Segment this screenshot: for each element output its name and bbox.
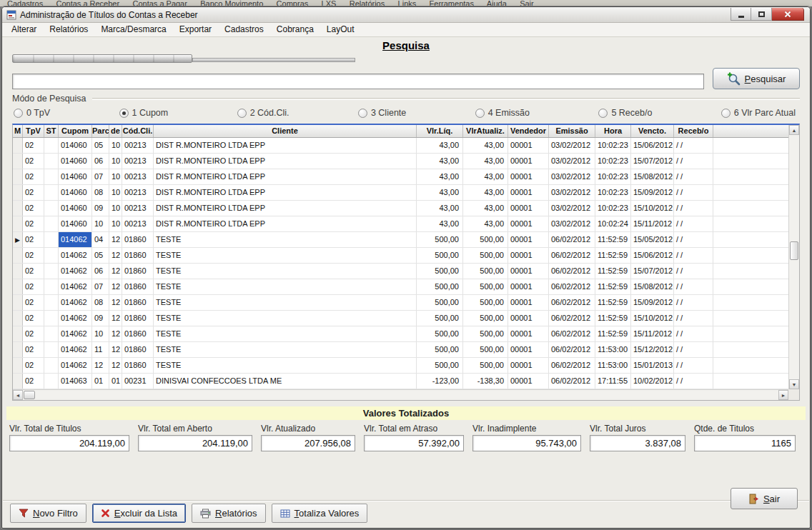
grid-cell-receb[interactable]: / / bbox=[674, 311, 713, 326]
grid-cell-m[interactable] bbox=[13, 185, 23, 200]
grid-cell-st[interactable] bbox=[44, 358, 59, 373]
grid-cell-cod[interactable]: 01860 bbox=[122, 326, 154, 341]
grid-cell-parc[interactable]: 06 bbox=[92, 264, 109, 279]
radio-mode-4[interactable]: 4 Emissão bbox=[475, 108, 530, 118]
grid-cell-atual[interactable]: 500,00 bbox=[463, 342, 508, 357]
grid-cell-cliente[interactable]: TESTE bbox=[154, 326, 417, 341]
grid-cell-st[interactable] bbox=[44, 169, 59, 184]
column-header-vencto[interactable]: Vencto. bbox=[631, 125, 674, 137]
grid-cell-cupom[interactable]: 014060 bbox=[59, 154, 92, 169]
grid-cell-emissao[interactable]: 06/02/2012 bbox=[549, 248, 595, 263]
grid-cell-tpv[interactable]: 02 bbox=[23, 311, 44, 326]
grid-cell-cod[interactable]: 01860 bbox=[122, 264, 154, 279]
grid-cell-emissao[interactable]: 06/02/2012 bbox=[549, 326, 595, 341]
grid-cell-vencto[interactable]: 15/08/2012 bbox=[631, 169, 674, 184]
grid-cell-st[interactable] bbox=[44, 185, 59, 200]
menu-item-0[interactable]: Alterar bbox=[5, 23, 43, 36]
menu-item-2[interactable]: Marca/Desmarca bbox=[94, 23, 172, 36]
grid-cell-de[interactable]: 12 bbox=[109, 232, 122, 247]
exit-button[interactable]: Sair bbox=[731, 488, 798, 509]
grid-cell-receb[interactable]: / / bbox=[674, 358, 713, 373]
grid-cell-vend[interactable]: 00001 bbox=[508, 311, 549, 326]
grid-cell-parc[interactable]: 08 bbox=[92, 185, 109, 200]
grid-cell-emissao[interactable]: 06/02/2012 bbox=[549, 279, 595, 294]
grid-cell-tpv[interactable]: 02 bbox=[23, 295, 44, 310]
grid-cell-vend[interactable]: 00001 bbox=[508, 138, 549, 153]
grid-cell-de[interactable]: 12 bbox=[109, 358, 122, 373]
column-header-receb[interactable]: Receb/o bbox=[674, 125, 713, 137]
grid-cell-cod[interactable]: 01860 bbox=[122, 342, 154, 357]
grid-cell-emissao[interactable]: 06/02/2012 bbox=[549, 264, 595, 279]
grid-cell-receb[interactable]: / / bbox=[674, 326, 713, 341]
grid-cell-vlr[interactable]: -123,00 bbox=[417, 374, 463, 389]
grid-cell-cupom[interactable]: 014063 bbox=[59, 374, 92, 389]
grid-cell-st[interactable] bbox=[44, 264, 59, 279]
grid-cell-emissao[interactable]: 03/02/2012 bbox=[549, 201, 595, 216]
grid-cell-st[interactable] bbox=[44, 201, 59, 216]
grid-cell-emissao[interactable]: 03/02/2012 bbox=[549, 169, 595, 184]
grid-cell-de[interactable]: 12 bbox=[109, 248, 122, 263]
grid-cell-vlr[interactable]: 500,00 bbox=[417, 279, 463, 294]
grid-cell-de[interactable]: 12 bbox=[109, 342, 122, 357]
menu-item-5[interactable]: Cobrança bbox=[270, 23, 320, 36]
grid-cell-atual[interactable]: -138,30 bbox=[463, 374, 508, 389]
column-header-cliente[interactable]: Cliente bbox=[154, 125, 417, 137]
grid-cell-vlr[interactable]: 500,00 bbox=[417, 264, 463, 279]
grid-cell-atual[interactable]: 43,00 bbox=[463, 138, 508, 153]
grid-cell-hora[interactable]: 10:02:23 bbox=[595, 201, 631, 216]
grid-cell-atual[interactable]: 500,00 bbox=[463, 295, 508, 310]
grid-cell-vlr[interactable]: 43,00 bbox=[417, 201, 463, 216]
totalize-values-button[interactable]: Totaliza Valores bbox=[272, 504, 368, 523]
grid-cell-hora[interactable]: 11:52:59 bbox=[595, 326, 631, 341]
menu-item-6[interactable]: LayOut bbox=[320, 23, 361, 36]
grid-cell-de[interactable]: 10 bbox=[109, 154, 122, 169]
grid-row[interactable]: 02014060101000213DIST R.MONTEIRO LTDA EP… bbox=[13, 216, 788, 232]
grid-cell-tpv[interactable]: 02 bbox=[23, 326, 44, 341]
grid-cell-m[interactable] bbox=[13, 326, 23, 341]
grid-cell-cliente[interactable]: TESTE bbox=[154, 248, 417, 263]
grid-cell-hora[interactable]: 11:53:00 bbox=[595, 342, 631, 357]
grid-cell-cupom[interactable]: 014062 bbox=[59, 342, 92, 357]
grid-cell-parc[interactable]: 12 bbox=[92, 358, 109, 373]
grid-cell-vend[interactable]: 00001 bbox=[508, 358, 549, 373]
grid-cell-st[interactable] bbox=[44, 342, 59, 357]
grid-cell-de[interactable]: 12 bbox=[109, 326, 122, 341]
grid-cell-vend[interactable]: 00001 bbox=[508, 295, 549, 310]
grid-cell-vencto[interactable]: 15/09/2012 bbox=[631, 185, 674, 200]
grid-cell-hora[interactable]: 11:53:00 bbox=[595, 358, 631, 373]
grid-cell-tpv[interactable]: 02 bbox=[23, 232, 44, 247]
grid-cell-cod[interactable]: 00231 bbox=[122, 374, 154, 389]
grid-cell-tpv[interactable]: 02 bbox=[23, 264, 44, 279]
grid-cell-atual[interactable]: 43,00 bbox=[463, 216, 508, 231]
grid-cell-parc[interactable]: 09 bbox=[92, 311, 109, 326]
grid-cell-cliente[interactable]: DIST R.MONTEIRO LTDA EPP bbox=[154, 216, 417, 231]
column-header-m[interactable]: M bbox=[13, 125, 23, 137]
grid-cell-receb[interactable]: / / bbox=[674, 216, 713, 231]
radio-mode-1[interactable]: 1 Cupom bbox=[119, 108, 169, 118]
grid-cell-hora[interactable]: 10:02:24 bbox=[595, 216, 631, 231]
grid-cell-cupom[interactable]: 014060 bbox=[59, 201, 92, 216]
grid-cell-cliente[interactable]: DIST R.MONTEIRO LTDA EPP bbox=[154, 169, 417, 184]
grid-cell-cupom[interactable]: 014062 bbox=[59, 279, 92, 294]
scroll-down-icon[interactable]: ▼ bbox=[789, 379, 799, 389]
grid-cell-parc[interactable]: 04 bbox=[92, 232, 109, 247]
grid-cell-cliente[interactable]: DINISVAI CONFECCOES LTDA ME bbox=[154, 374, 417, 389]
grid-cell-parc[interactable]: 05 bbox=[92, 138, 109, 153]
grid-cell-emissao[interactable]: 03/02/2012 bbox=[549, 185, 595, 200]
grid-cell-de[interactable]: 10 bbox=[109, 185, 122, 200]
column-header-parc[interactable]: Parc bbox=[92, 125, 109, 137]
grid-cell-emissao[interactable]: 03/02/2012 bbox=[549, 154, 595, 169]
grid-row[interactable]: 02014062121201860TESTE500,00500,00000010… bbox=[13, 358, 788, 374]
grid-cell-atual[interactable]: 500,00 bbox=[463, 232, 508, 247]
remove-from-list-button[interactable]: Excluir da Lista bbox=[92, 504, 186, 523]
grid-cell-atual[interactable]: 500,00 bbox=[463, 248, 508, 263]
grid-cell-cupom[interactable]: 014060 bbox=[59, 185, 92, 200]
grid-cell-m[interactable] bbox=[13, 154, 23, 169]
grid-cell-tpv[interactable]: 02 bbox=[23, 279, 44, 294]
grid-cell-tpv[interactable]: 02 bbox=[23, 374, 44, 389]
scroll-right-icon[interactable]: ► bbox=[778, 390, 788, 400]
grid-cell-emissao[interactable]: 06/02/2012 bbox=[549, 374, 595, 389]
grid-cell-m[interactable] bbox=[13, 169, 23, 184]
grid-cell-vend[interactable]: 00001 bbox=[508, 232, 549, 247]
grid-cell-vencto[interactable]: 15/09/2012 bbox=[631, 295, 674, 310]
